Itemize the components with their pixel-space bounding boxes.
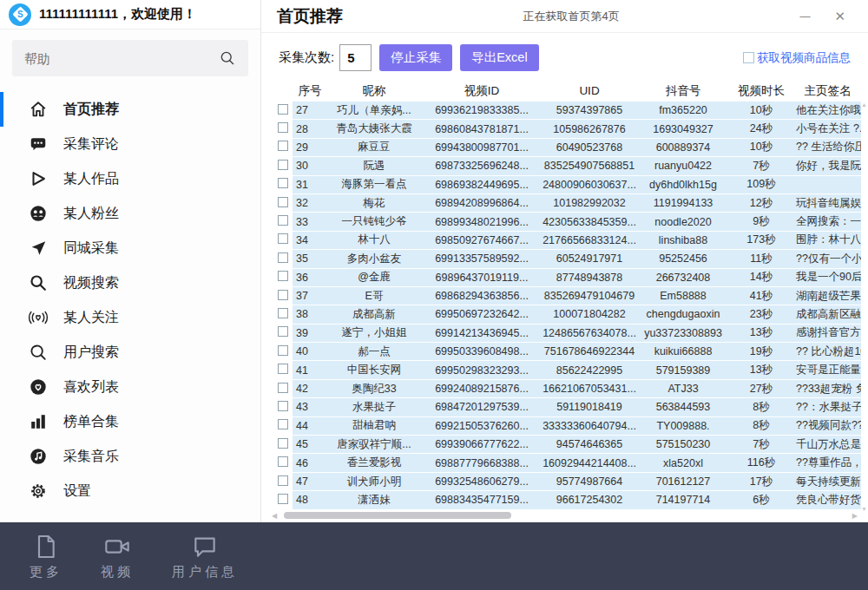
sidebar-item-3[interactable]: 某人粉丝 — [0, 196, 260, 231]
table-row[interactable]: 44甜柚君呐69921505376260...33333360640794...… — [268, 417, 861, 436]
row-checkbox[interactable] — [278, 438, 288, 449]
cell-nickname: 香兰爱影视 — [326, 456, 423, 470]
row-checkbox[interactable] — [278, 160, 288, 170]
row-checkbox[interactable] — [278, 364, 288, 374]
row-checkbox[interactable] — [278, 456, 288, 467]
table-row[interactable]: 27巧儿（单亲妈...69936219833385...59374397865f… — [268, 102, 861, 120]
row-checkbox[interactable] — [278, 345, 288, 356]
column-header[interactable]: 昵称 — [326, 83, 423, 99]
table-row[interactable]: 47训犬师小明69932548606279...9577498766470161… — [268, 473, 861, 491]
cell-signature: 千山万水总是... — [794, 437, 861, 452]
table-row[interactable]: 48潇洒妹69883435477159...966172543027141977… — [268, 491, 861, 509]
table-row[interactable]: 36@金鹿69896437019119...877489438782667324… — [268, 269, 861, 287]
cell-uid: 835269479104679 — [541, 290, 638, 302]
table-row[interactable]: 43水果挞子69847201297539...59119018419563844… — [268, 398, 861, 416]
column-header[interactable]: 视频ID — [423, 83, 541, 99]
scroll-right-icon[interactable]: ▶ — [852, 512, 858, 520]
table-row[interactable]: 30阮遇69873325696248...835254907568851ruan… — [268, 157, 861, 175]
table-row[interactable]: 35多肉小盆友69913357589592...6052491797195252… — [268, 250, 861, 268]
cell-no: 46 — [294, 457, 326, 469]
cell-duration: 8秒 — [728, 418, 794, 433]
table-row[interactable]: 45唐家驭祥宁顺...69939066777622...945746463655… — [268, 436, 861, 454]
collect-count-input[interactable] — [339, 44, 372, 71]
table-row[interactable]: 37E哥69868294363856...835269479104679Em58… — [268, 287, 861, 305]
sidebar-item-label: 用户搜索 — [63, 344, 119, 362]
scroll-left-icon[interactable]: ◀ — [272, 512, 277, 520]
sidebar-item-settings[interactable]: 设置 — [0, 474, 260, 508]
table-row[interactable]: 38成都高新69950697232642...100071804282cheng… — [268, 305, 861, 324]
goods-info-checkbox[interactable] — [743, 52, 754, 63]
column-header[interactable]: 序号 — [294, 83, 326, 99]
cell-duration: 41秒 — [728, 289, 794, 304]
sidebar-item-label: 视频搜索 — [63, 274, 119, 292]
table-row[interactable]: 28青岛大姨张大霞69860843781871...10598626787616… — [268, 120, 861, 138]
row-checkbox[interactable] — [278, 215, 288, 226]
row-checkbox[interactable] — [278, 401, 288, 411]
row-checkbox[interactable] — [278, 475, 288, 486]
table-row[interactable]: 31海豚第一看点69869382449695...24800906030637.… — [268, 176, 861, 194]
row-checkbox[interactable] — [278, 271, 288, 281]
vertical-scrollbar[interactable]: ▲ ▼ — [860, 102, 868, 512]
results-table: 序号昵称视频IDUID抖音号视频时长主页签名 27巧儿（单亲妈...699362… — [261, 80, 868, 522]
goods-info-checkbox-group[interactable]: 获取视频商品信息 — [743, 50, 851, 66]
column-header[interactable]: UID — [541, 84, 638, 97]
scroll-up-icon[interactable]: ▲ — [861, 102, 867, 108]
scroll-down-icon[interactable]: ▼ — [861, 506, 867, 512]
sidebar-item-6[interactable]: 某人关注 — [0, 300, 260, 335]
sidebar-item-2[interactable]: 某人作品 — [0, 161, 260, 196]
bottombar-item-1[interactable]: 视频 — [101, 533, 134, 580]
row-checkbox[interactable] — [278, 197, 288, 207]
sidebar-item-7[interactable]: 用户搜索 — [0, 335, 260, 370]
sidebar-item-4[interactable]: 同城采集 — [0, 231, 260, 266]
column-header[interactable]: 抖音号 — [638, 83, 728, 99]
row-checkbox[interactable] — [278, 122, 288, 133]
table-row[interactable]: 33一只钝钝少爷69899348021996...42305633845359.… — [268, 213, 861, 231]
sidebar-item-1[interactable]: 采集评论 — [0, 127, 260, 161]
sidebar-item-8[interactable]: 喜欢列表 — [0, 370, 260, 404]
close-button[interactable]: ✕ — [834, 10, 845, 23]
search-icon[interactable] — [219, 49, 236, 67]
row-checkbox-cell — [268, 326, 294, 339]
table-row[interactable]: 42奥陶纪3369924089215876...16621067053431..… — [268, 380, 861, 398]
row-checkbox[interactable] — [278, 233, 288, 244]
row-checkbox[interactable] — [278, 494, 288, 504]
row-checkbox[interactable] — [278, 308, 288, 318]
row-checkbox[interactable] — [278, 141, 288, 151]
sidebar-item-10[interactable]: 采集音乐 — [0, 439, 260, 474]
column-header[interactable]: 主页签名 — [794, 83, 861, 99]
export-excel-button[interactable]: 导出Excel — [460, 44, 538, 71]
bottombar-item-2[interactable]: 用户信息 — [172, 533, 238, 580]
table-row[interactable]: 41中国长安网69950298323293...8562242299557915… — [268, 361, 861, 379]
upper-region: S 111111111111，欢迎使用！ 首页推荐采集评论某人作品某人粉丝同城采… — [0, 0, 868, 522]
stop-collect-button[interactable]: 停止采集 — [379, 44, 452, 71]
row-checkbox[interactable] — [278, 178, 288, 188]
row-checkbox[interactable] — [278, 383, 288, 393]
search-input[interactable] — [24, 51, 219, 66]
table-row[interactable]: 32梅花69894208996864...1019829920321191994… — [268, 194, 861, 213]
horizontal-scrollbar[interactable]: ◀ ▶ — [270, 510, 859, 521]
cell-signature: 小号在关注 ?... — [794, 121, 861, 136]
row-checkbox[interactable] — [278, 419, 288, 429]
row-checkbox[interactable] — [278, 326, 288, 337]
minimize-button[interactable]: — — [799, 11, 810, 22]
table-row[interactable]: 46香兰爱影视69887779668388...16092944214408..… — [268, 454, 861, 472]
table-row[interactable]: 34林十八69850927674667...21766566833124...l… — [268, 232, 861, 250]
sidebar-item-0[interactable]: 首页推荐 — [0, 92, 260, 127]
bottombar-item-0[interactable]: 更多 — [30, 533, 62, 580]
table-row[interactable]: 29麻豆豆69943800987701...604905237686008893… — [268, 139, 861, 157]
column-header[interactable]: 视频时长 — [728, 83, 794, 99]
table-row[interactable]: 39遂宁，小姐姐69914213436945...12486567634078.… — [268, 324, 861, 343]
help-search-box[interactable] — [12, 40, 248, 76]
sidebar-item-9[interactable]: 榜单合集 — [0, 404, 260, 439]
row-checkbox-cell — [268, 160, 294, 173]
row-checkbox[interactable] — [278, 290, 288, 300]
row-checkbox[interactable] — [278, 104, 288, 115]
sidebar-item-5[interactable]: 视频搜索 — [0, 266, 260, 300]
collect-count-label: 采集次数: — [279, 49, 334, 66]
row-checkbox-cell — [268, 345, 294, 358]
sidebar-item-label: 榜单合集 — [63, 413, 119, 431]
horizontal-scroll-thumb[interactable] — [284, 512, 511, 519]
row-checkbox-cell — [268, 252, 294, 266]
row-checkbox[interactable] — [278, 252, 288, 263]
table-row[interactable]: 40郝一点69950339608498...751678646922344kui… — [268, 343, 861, 361]
